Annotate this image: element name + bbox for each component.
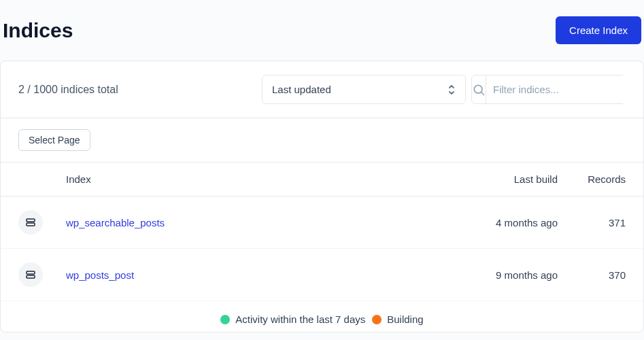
sort-select[interactable]: Last updated	[262, 75, 466, 104]
legend-building-label: Building	[387, 313, 423, 325]
column-header-records: Records	[558, 173, 626, 185]
legend-activity: Activity within the last 7 days	[220, 313, 365, 325]
column-header-index: Index	[66, 173, 449, 185]
column-header-last-build: Last build	[449, 173, 558, 185]
page-title: Indices	[3, 19, 73, 42]
panel-toolbar: 2 / 1000 indices total Last updated	[1, 61, 643, 118]
svg-rect-2	[27, 219, 35, 222]
svg-rect-4	[27, 271, 35, 274]
last-build-value: 4 months ago	[449, 217, 558, 228]
index-icon	[18, 210, 43, 235]
svg-rect-3	[27, 223, 35, 226]
indices-panel: 2 / 1000 indices total Last updated	[0, 61, 644, 333]
legend: Activity within the last 7 days Building	[1, 301, 643, 332]
records-value: 370	[558, 269, 626, 281]
table-row: wp_searchable_posts 4 months ago 371	[1, 197, 643, 249]
search-icon	[472, 75, 486, 103]
select-page-button[interactable]: Select Page	[18, 129, 90, 151]
index-icon	[18, 262, 43, 287]
records-value: 371	[558, 217, 626, 228]
svg-rect-5	[27, 275, 35, 278]
table-row: wp_posts_post 9 months ago 370	[1, 249, 643, 301]
table-header: Index Last build Records	[1, 163, 643, 197]
index-link[interactable]: wp_searchable_posts	[66, 217, 165, 228]
filter-input-wrap	[471, 75, 626, 104]
svg-line-1	[481, 92, 484, 95]
create-index-button[interactable]: Create Index	[556, 16, 641, 44]
dot-green-icon	[220, 315, 230, 324]
index-link[interactable]: wp_posts_post	[66, 269, 134, 281]
legend-activity-label: Activity within the last 7 days	[235, 313, 365, 325]
chevron-up-down-icon	[447, 84, 456, 95]
indices-count: 2 / 1000 indices total	[18, 84, 118, 96]
select-page-row: Select Page	[1, 118, 643, 163]
last-build-value: 9 months ago	[449, 269, 558, 281]
dot-orange-icon	[372, 315, 382, 324]
legend-building: Building	[372, 313, 423, 325]
sort-select-label: Last updated	[272, 84, 331, 95]
filter-input[interactable]	[486, 75, 629, 103]
